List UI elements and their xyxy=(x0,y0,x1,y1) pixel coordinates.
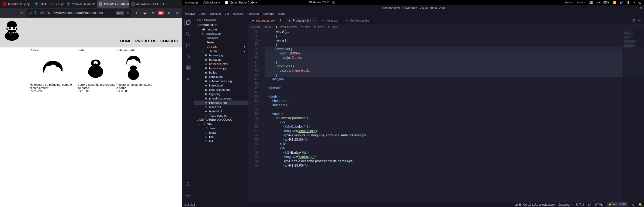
more-icon[interactable]: ⋯ xyxy=(242,19,245,22)
zoom-badge[interactable]: 67% xyxy=(116,11,124,15)
code-lines[interactable]: nav li {… } nav a {… } .produtos { width… xyxy=(260,30,644,202)
power-icon[interactable]: ⏻ xyxy=(638,1,641,4)
explorer-icon[interactable] xyxy=(185,19,191,26)
outline-section[interactable]: ⌄ESTRUTURA DO CÓDIGO xyxy=(194,118,248,122)
battery-icon[interactable]: 🔋 xyxy=(626,1,630,4)
reload-button[interactable]: ⟳ xyxy=(18,10,24,16)
menu-item[interactable]: Arquivo xyxy=(185,12,195,15)
extensions-icon[interactable] xyxy=(185,65,191,71)
debug-icon[interactable] xyxy=(185,53,191,60)
browser-tab[interactable]: min-width - CSS:× xyxy=(129,0,161,8)
outline-item[interactable]: ⌄⬡head xyxy=(194,126,248,130)
menu-item[interactable]: Executar xyxy=(247,12,259,15)
new-tab-button[interactable]: + xyxy=(161,2,166,6)
outline-item[interactable]: ⬡link xyxy=(194,139,248,143)
search-icon[interactable] xyxy=(185,31,191,37)
menu-item[interactable]: Terminal xyxy=(263,12,274,15)
more-icon[interactable]: ⋯ xyxy=(638,19,641,22)
editor-tab[interactable]: ⚙Configurações xyxy=(342,17,373,24)
file-item[interactable]: #reset.css xyxy=(194,105,248,109)
file-produtos-active[interactable]: ◆Produtos.html xyxy=(194,101,248,105)
source-control-icon[interactable] xyxy=(185,42,191,49)
folder-briss[interactable]: ›briss-0.9 xyxy=(194,36,248,40)
folder-vscode[interactable]: ⌄📁.vscode xyxy=(194,27,248,32)
minimap[interactable] xyxy=(622,30,644,202)
applications-menu[interactable]: Aplicativos ▾ xyxy=(203,1,220,4)
menu-item[interactable]: Acessar xyxy=(233,12,244,15)
language-mode[interactable]: HTML xyxy=(595,203,603,206)
chevron-down-icon[interactable]: ▾ xyxy=(633,1,635,4)
file-item[interactable]: ≡Texto base.txt xyxy=(194,113,248,118)
file-item[interactable]: ▣logo-branco.png xyxy=(194,88,248,92)
indentation[interactable]: Espaços: 4 xyxy=(558,203,572,206)
folder-alura[interactable]: ⌄Alura● xyxy=(194,49,248,53)
live-share-icon[interactable] xyxy=(185,76,191,82)
editor-tab[interactable]: #reset.css xyxy=(318,17,342,24)
extensions-icon[interactable]: » xyxy=(166,10,172,16)
dropdown-icon[interactable]: ▭▾ xyxy=(596,1,600,4)
outline-item[interactable]: ⬡title xyxy=(194,135,248,139)
bookmark-icon[interactable]: ☆ xyxy=(126,11,129,15)
menu-item[interactable]: Editar xyxy=(199,12,206,15)
file-item[interactable]: ◆teste.html xyxy=(194,109,248,113)
outline-item[interactable]: ⬡meta xyxy=(194,130,248,135)
file-item[interactable]: ▣banner.jpg xyxy=(194,53,248,57)
url-bar[interactable]: 🛡 ⓘ 127.0.0.1:5500/Vs code/Alura/Produto… xyxy=(26,9,131,17)
errors-count[interactable]: ⊘ 2⚠ 1 xyxy=(184,203,195,206)
extension-icon[interactable]: ✶ xyxy=(150,10,156,16)
gear-icon[interactable] xyxy=(185,192,191,199)
file-item[interactable]: ◆index.html xyxy=(194,83,248,88)
eol[interactable]: LF xyxy=(588,203,591,206)
maximize-icon[interactable]: ▢ xyxy=(634,5,636,11)
browser-tab[interactable]: aHTML5 e CSS3 pa× xyxy=(32,0,65,8)
folder-vs-code[interactable]: ⌄Vs code● xyxy=(194,44,248,49)
split-editor-icon[interactable]: ▥ xyxy=(632,19,635,22)
cursor-position[interactable]: Ln 38, Col 10 (171 selecionado) xyxy=(515,203,555,206)
menu-item[interactable]: Ver xyxy=(225,12,229,15)
breadcrumb[interactable]: Vs code› Alura› ◆Produtos.html› ⬡html› ⬡… xyxy=(248,24,644,30)
browser-tab-active[interactable]: Produtos - Barbeari× xyxy=(97,0,129,8)
account-icon[interactable] xyxy=(185,181,191,188)
code-editor[interactable]: 2930313738394041424344454647484950616263… xyxy=(248,30,644,202)
file-item[interactable]: ▣barba.jpg xyxy=(194,57,248,62)
encoding[interactable]: UTF-8 xyxy=(576,203,584,206)
file-item[interactable]: ▣cabelo+barba.jpg xyxy=(194,79,248,83)
browser-tab[interactable]: Desafio: 10 proje× xyxy=(1,0,32,8)
chevron-down-icon[interactable]: ⌄ xyxy=(166,2,169,6)
feedback-icon[interactable]: ☺ xyxy=(632,203,635,206)
close-icon[interactable]: × xyxy=(640,5,642,11)
nav-home[interactable]: HOME xyxy=(120,39,131,43)
file-item[interactable]: ▣logo.png xyxy=(194,92,248,96)
file-item[interactable]: ▣cabelo.jpg xyxy=(194,75,248,79)
file-item[interactable]: ▣pngwing.com.png xyxy=(194,96,248,101)
volume-icon[interactable]: 🔊 xyxy=(619,1,623,4)
activities-button[interactable]: Atividades xyxy=(185,1,199,4)
clock[interactable]: 31 de out 20:11ⓘ xyxy=(309,1,335,5)
pocket-icon[interactable]: ◒ xyxy=(142,10,148,16)
file-settings-json[interactable]: {}settings.json xyxy=(194,32,248,36)
abp-icon[interactable]: ABP xyxy=(158,10,164,16)
keyboard-icon[interactable]: ⌨▾ xyxy=(603,1,609,4)
network-icon[interactable]: 📶 xyxy=(612,1,616,4)
minimize-icon[interactable]: — xyxy=(627,5,630,11)
minimize-icon[interactable]: — xyxy=(172,2,175,6)
downloads-section[interactable]: ⌄DOWNLOADS xyxy=(194,23,248,27)
nav-produtos[interactable]: PRODUTOS xyxy=(135,39,157,43)
menu-item[interactable]: Ajuda xyxy=(278,12,285,15)
vscode-app-indicator[interactable]: 📄 Visual Studio Code ▾ xyxy=(225,1,257,4)
close-icon[interactable]: × xyxy=(313,19,314,22)
forward-button[interactable]: → xyxy=(10,10,16,16)
menu-item[interactable]: Seleção xyxy=(210,12,221,15)
discord-icon[interactable]: 🅳 xyxy=(590,1,593,4)
folder-teste[interactable]: ⌄Teste xyxy=(194,40,248,44)
file-item[interactable]: ▣beneficios.jpg xyxy=(194,66,248,70)
outline-item[interactable]: ⌄⬡html xyxy=(194,122,248,126)
info-icon[interactable]: ⓘ xyxy=(34,11,37,15)
download-icon[interactable]: ⤓ xyxy=(134,10,140,16)
back-button[interactable]: ← xyxy=(2,10,8,16)
file-item[interactable]: ▣bg.jpg xyxy=(194,70,248,75)
close-icon[interactable]: × xyxy=(178,2,179,6)
editor-tab[interactable]: ◆barbearia.html 3 xyxy=(248,17,285,24)
editor-tab-active[interactable]: ◆Produtos.html× xyxy=(285,17,318,24)
browser-tab[interactable]: aPerfil de Jaiane D× xyxy=(65,0,97,8)
